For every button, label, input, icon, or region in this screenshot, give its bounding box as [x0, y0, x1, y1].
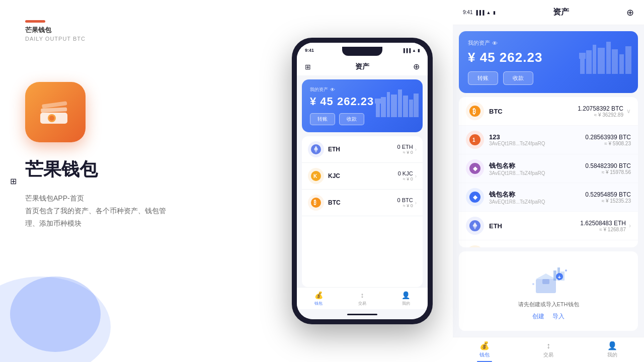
phone-coin-eth[interactable]: ETH 0 ETH ≈ ¥ 0 › [302, 136, 423, 163]
svg-text:₿: ₿ [472, 108, 476, 115]
svg-rect-24 [593, 45, 596, 74]
right-panel: 9:41 ▐▐▐ ▲ ▮ ⊞ 资产 ⊕ 我的资产 👁 ¥ 45 262.23 转… [453, 0, 644, 362]
right-coin-eth[interactable]: ETH 1.62508483 ETH ≈ ¥ 1268.87 › [459, 212, 638, 240]
phone-nav-mine[interactable]: 👤 我的 [384, 288, 428, 309]
right-time: 9:41 [463, 10, 472, 15]
left-subtitle: DAILY OUTPUT BTC [25, 36, 247, 42]
phone-asset-card: 我的资产 👁 ¥ 45 262.23 转账 收款 [302, 79, 423, 132]
app-main-name: 芒果钱包 [25, 157, 247, 182]
svg-rect-9 [391, 95, 397, 117]
right-header: 9:41 ▐▐▐ ▲ ▮ ⊞ 资产 ⊕ [453, 0, 644, 25]
phone-home-indicator [297, 309, 428, 319]
phone-notch [342, 47, 382, 56]
phone-add-icon[interactable]: ⊕ [413, 62, 420, 71]
btc-chevron: › [415, 200, 417, 206]
right-empty-eth-block: + 请先创建或导入ETH钱包 创建 导入 [459, 251, 638, 331]
right-nav-wallet[interactable]: 💰 钱包 [453, 337, 517, 362]
right-transfer-btn[interactable]: 转账 [468, 71, 498, 85]
eth-icon [308, 141, 324, 157]
svg-rect-28 [619, 54, 624, 74]
right-123-info: 123 3AvEQt1R8...TsZ4fpaRQ [489, 133, 585, 146]
right-menu-icon[interactable]: ⊞ [10, 176, 17, 186]
phone-header: ⊞ 资产 ⊕ [297, 58, 428, 75]
right-coin-wallet1[interactable]: ◆ 钱包名称 3AvEQt1R8...TsZ4fpaRQ 0.58482390 … [459, 154, 638, 183]
phone-menu-icon[interactable]: ⊞ [305, 63, 311, 71]
svg-rect-11 [403, 96, 408, 117]
right-import-link[interactable]: 导入 [552, 312, 565, 321]
right-asset-card: 我的资产 👁 ¥ 45 262.23 转账 收款 [459, 31, 638, 93]
trade-nav-icon: ↕ [358, 291, 367, 300]
right-wallet-nav-icon: 💰 [479, 341, 490, 350]
right-kjc-icon: K [466, 245, 484, 247]
app-desc: 芒果钱包APP-首页 首页包含了我的资产、各个币种资产、钱包管 理、添加币种模块 [25, 192, 247, 230]
svg-rect-46 [553, 270, 556, 281]
phone-coin-btc[interactable]: ₿ BTC 0 BTC ≈ ¥ 0 › [302, 190, 423, 216]
right-btc-chevron: ∨ [626, 108, 631, 115]
right-coin-btc[interactable]: ₿ BTC 1.20758392 BTC ≈ ¥ 36292.89 ∨ [459, 97, 638, 126]
svg-point-52 [532, 283, 534, 285]
phone-receive-btn[interactable]: 收款 [339, 113, 364, 125]
right-eth-chevron: › [629, 222, 631, 229]
phone-screen: 9:41 ▐▐▐ ▲ ▮ ⊞ 资产 ⊕ 我的资产 👁 [297, 43, 428, 319]
right-btc-amount: 1.20758392 BTC ≈ ¥ 36292.89 [578, 105, 623, 118]
right-eth-info: ETH [489, 222, 580, 230]
right-wallet2-info: 钱包名称 3AvEQt1R8...TsZ4fpaRQ [489, 190, 585, 205]
wifi-icon: ▲ [412, 48, 416, 53]
phone-transfer-btn[interactable]: 转账 [310, 113, 335, 125]
right-create-link[interactable]: 创建 [532, 312, 544, 321]
eth-chevron: › [415, 147, 417, 152]
left-panel: 芒果钱包 DAILY OUTPUT BTC 芒果钱包 芒果钱包APP-首页 首页… [0, 0, 272, 362]
right-123-amount: 0.28563939 BTC ≈ ¥ 5908.23 [585, 134, 631, 146]
right-eye-icon[interactable]: 👁 [492, 40, 498, 46]
right-coin-wallet2[interactable]: ◆ 钱包名称 3AvEQt1R8...TsZ4fpaRQ 0.52954859 … [459, 183, 638, 212]
right-eth-amount: 1.62508483 ETH ≈ ¥ 1268.87 [580, 220, 626, 232]
right-wifi: ▲ [487, 10, 491, 15]
btc-amount: 0 BTC ≈ ¥ 0 [397, 197, 413, 208]
right-receive-btn[interactable]: 收款 [503, 71, 533, 85]
btc-icon: ₿ [308, 195, 324, 211]
right-coin-kjc[interactable]: K KJC 0 KJC ≈ ¥ 0 ∨ [459, 240, 638, 247]
svg-text:1: 1 [472, 137, 475, 143]
svg-marker-44 [536, 274, 556, 279]
right-wallet1-amount: 0.58482390 BTC ≈ ¥ 15978.56 [585, 162, 631, 175]
app-icon [25, 82, 86, 142]
svg-rect-45 [542, 279, 549, 284]
phone-outer: 9:41 ▐▐▐ ▲ ▮ ⊞ 资产 ⊕ 我的资产 👁 [292, 38, 433, 324]
right-bottom-nav: 💰 钱包 ↕ 交易 👤 我的 [453, 337, 644, 362]
right-wallet2-amount: 0.52954859 BTC ≈ ¥ 15235.23 [585, 191, 631, 204]
svg-rect-27 [612, 49, 618, 74]
right-wallet2-icon: ◆ [466, 188, 484, 206]
svg-rect-23 [586, 50, 592, 74]
kjc-name: KJC [328, 172, 398, 179]
right-status-bar: 9:41 ▐▐▐ ▲ ▮ [463, 10, 496, 15]
status-icons: ▐▐▐ ▲ ▮ [402, 48, 420, 53]
home-bar [347, 314, 377, 315]
phone-nav-wallet[interactable]: 💰 钱包 [297, 288, 341, 309]
right-nav-trade[interactable]: ↕ 交易 [517, 337, 581, 362]
app-name-small: 芒果钱包 [25, 26, 247, 35]
right-coin-123[interactable]: 1 123 3AvEQt1R8...TsZ4fpaRQ 0.28563939 B… [459, 126, 638, 154]
right-content: 我的资产 👁 ¥ 45 262.23 转账 收款 [453, 25, 644, 337]
right-empty-links: 创建 导入 [532, 312, 565, 321]
bg-blob2 [10, 277, 101, 352]
svg-rect-10 [398, 89, 402, 117]
right-wallet1-icon: ◆ [466, 159, 484, 177]
phone-coin-list: ETH 0 ETH ≈ ¥ 0 › K KJC 0 KJC [302, 136, 423, 287]
right-btc-info: BTC [489, 108, 578, 115]
svg-rect-6 [375, 99, 381, 104]
svg-rect-8 [387, 92, 390, 117]
kjc-chevron: › [415, 173, 417, 179]
svg-text:+: + [558, 274, 561, 280]
kjc-amount: 0 KJC ≈ ¥ 0 [398, 170, 413, 182]
right-signal: ▐▐▐ [474, 10, 484, 15]
right-add-icon[interactable]: ⊕ [626, 7, 634, 18]
phone-nav-trade[interactable]: ↕ 交易 [341, 288, 384, 309]
svg-rect-26 [606, 42, 611, 74]
svg-rect-29 [625, 46, 631, 74]
svg-rect-22 [579, 53, 586, 59]
kjc-icon: K [308, 168, 324, 184]
phone-coin-kjc[interactable]: K KJC 0 KJC ≈ ¥ 0 › [302, 163, 423, 190]
eye-icon[interactable]: 👁 [330, 87, 335, 93]
wallet-nav-icon: 💰 [314, 291, 323, 300]
right-nav-mine[interactable]: 👤 我的 [580, 337, 644, 362]
